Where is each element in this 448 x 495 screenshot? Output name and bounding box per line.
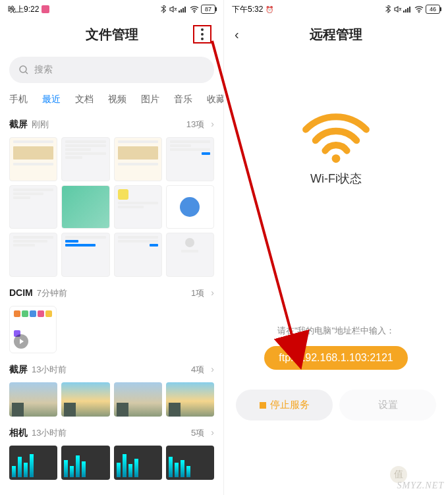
tab-docs[interactable]: 文档 — [75, 94, 94, 105]
file-manager-screen: 晚上9:22 87 文件管理 — [0, 0, 224, 495]
chevron-right-icon: › — [211, 427, 214, 438]
thumbnail[interactable] — [114, 137, 162, 181]
svg-rect-8 — [405, 9, 406, 13]
signal-icon — [179, 5, 188, 13]
svg-rect-0 — [179, 11, 180, 13]
alarm-icon: ⏰ — [266, 6, 273, 13]
thumbnail[interactable] — [114, 185, 162, 229]
svg-rect-10 — [409, 7, 410, 13]
app-indicator-icon — [42, 5, 49, 13]
back-button[interactable]: ‹ — [235, 27, 239, 42]
status-bar: 下午5:32 ⏰ 46 — [224, 0, 448, 18]
svg-point-5 — [20, 66, 26, 73]
bluetooth-icon — [385, 5, 391, 13]
svg-point-4 — [194, 12, 195, 13]
more-options-button[interactable] — [193, 25, 211, 44]
wifi-large-icon — [300, 109, 372, 168]
stop-icon — [260, 402, 266, 409]
header: 文件管理 — [0, 18, 223, 50]
search-icon — [18, 65, 29, 75]
section-header[interactable]: DCIM 7分钟前 1项 › — [9, 283, 214, 306]
settings-button[interactable]: 设置 — [339, 390, 436, 421]
search-placeholder: 搜索 — [34, 64, 53, 76]
chevron-right-icon: › — [211, 119, 214, 129]
battery-indicator: 46 — [426, 5, 440, 14]
tab-image[interactable]: 图片 — [141, 94, 159, 105]
thumbnail[interactable] — [61, 382, 109, 417]
thumbnail[interactable] — [114, 446, 162, 480]
thumbnail[interactable] — [166, 137, 214, 181]
watermark: SMYZ.NET — [397, 480, 444, 491]
thumbnail[interactable] — [166, 382, 214, 417]
bluetooth-icon — [160, 5, 167, 13]
status-time: 晚上9:22 — [8, 4, 39, 15]
status-time: 下午5:32 — [232, 4, 263, 15]
tab-fav[interactable]: 收藏 — [207, 94, 223, 105]
mute-icon — [169, 5, 177, 13]
thumbnail[interactable] — [166, 446, 214, 480]
svg-rect-9 — [407, 8, 408, 13]
wifi-icon — [190, 5, 199, 13]
svg-line-6 — [26, 72, 28, 74]
battery-indicator: 87 — [201, 5, 215, 14]
remote-management-screen: 下午5:32 ⏰ 46 ‹ 远程管理 — [224, 0, 448, 495]
thumbnail[interactable] — [166, 185, 214, 229]
wifi-icon — [414, 5, 424, 13]
thumbnail[interactable] — [166, 233, 214, 277]
thumbnail[interactable] — [114, 233, 162, 277]
wifi-status-label: Wi-Fi状态 — [310, 171, 362, 187]
section-header[interactable]: 截屏 13小时前 4项 › — [9, 360, 214, 382]
svg-rect-7 — [403, 11, 405, 13]
section-header[interactable]: 相机 13小时前 5项 › — [9, 423, 214, 446]
thumbnail[interactable] — [61, 137, 109, 181]
svg-point-11 — [418, 12, 420, 13]
thumbnail[interactable] — [61, 233, 109, 277]
thumbnail[interactable] — [114, 382, 162, 417]
thumbnail[interactable] — [9, 233, 57, 277]
section-camera: 相机 13小时前 5项 › — [0, 422, 223, 485]
tab-recent[interactable]: 最近 — [42, 94, 61, 105]
svg-point-12 — [332, 154, 341, 163]
chevron-right-icon: › — [211, 364, 214, 374]
category-tabs: 手机 最近 文档 视频 图片 音乐 收藏 — [0, 90, 223, 113]
thumbnail[interactable] — [61, 185, 109, 229]
play-icon — [14, 334, 28, 349]
ftp-url-pill[interactable]: ftp://192.168.1.103:2121 — [264, 346, 407, 370]
tab-video[interactable]: 视频 — [108, 94, 126, 105]
tab-music[interactable]: 音乐 — [174, 94, 192, 105]
mute-icon — [393, 5, 401, 13]
page-title: 文件管理 — [86, 26, 138, 44]
thumbnail[interactable] — [9, 382, 57, 417]
section-screenshots-now: 截屏 刚刚 13项 › — [0, 113, 223, 282]
svg-rect-2 — [182, 8, 184, 13]
thumbnail[interactable] — [9, 185, 57, 229]
section-dcim: DCIM 7分钟前 1项 › — [0, 282, 223, 359]
signal-icon — [403, 5, 412, 13]
chevron-right-icon: › — [211, 287, 214, 298]
thumbnail[interactable] — [9, 446, 57, 480]
header: ‹ 远程管理 — [224, 18, 448, 50]
instruction-text: 请在"我的电脑"地址栏中输入： — [277, 325, 395, 337]
page-title: 远程管理 — [310, 26, 362, 44]
tab-phone[interactable]: 手机 — [9, 94, 28, 105]
section-screenshots-13h: 截屏 13小时前 4项 › — [0, 359, 223, 422]
thumbnail[interactable] — [61, 446, 109, 480]
search-input[interactable]: 搜索 — [9, 57, 214, 83]
svg-rect-3 — [184, 7, 186, 13]
section-header[interactable]: 截屏 刚刚 13项 › — [9, 115, 214, 137]
stop-service-button[interactable]: 停止服务 — [236, 390, 333, 421]
thumbnail[interactable] — [9, 137, 57, 181]
thumbnail-video[interactable] — [9, 306, 57, 353]
status-bar: 晚上9:22 87 — [0, 0, 223, 18]
svg-rect-1 — [181, 9, 182, 13]
